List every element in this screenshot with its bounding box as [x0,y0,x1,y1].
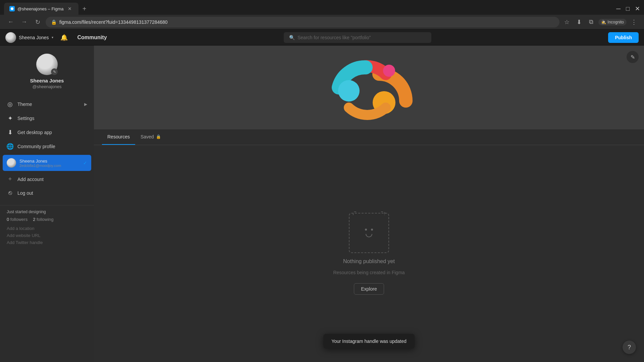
ear-left [353,212,357,216]
desktop-label: Get desktop app [17,130,52,135]
user-menu-trigger[interactable]: Sheena Jones ▾ [5,32,53,43]
account-item-active[interactable]: Sheena Jones 2edcb8a1@moodjoy.com ✓ [3,155,91,171]
refresh-button[interactable]: ↻ [32,17,43,27]
logout-button[interactable]: ⎋ Log out [0,186,94,200]
empty-state: Nothing published yet Resources being cr… [333,213,405,295]
explore-button[interactable]: Explore [354,283,384,295]
content-tabs: Resources Saved 🔒 [94,129,644,145]
search-icon: 🔍 [289,35,295,40]
sidebar-item-community-profile[interactable]: 🌐 Community profile [0,139,94,154]
following-count: 2 [33,217,37,222]
maximize-button[interactable]: □ [626,5,630,12]
community-profile-icon: 🌐 [7,143,13,150]
banner-logo [94,46,644,129]
header-avatar [5,32,16,43]
ear-right [381,212,385,216]
address-bar[interactable]: 🔒 figma.com/files/recent?fuid=1334498131… [46,17,559,27]
search-bar[interactable]: 🔍 Search for resources like "portfolio" [284,32,431,43]
following-stat[interactable]: 2 following [33,217,53,222]
svg-point-0 [11,7,13,10]
star-icon[interactable]: ☆ [562,17,572,27]
notification-bell-button[interactable]: 🔔 [59,32,69,43]
account-info: Sheena Jones 2edcb8a1@moodjoy.com [19,159,80,168]
empty-state-icon [349,213,389,253]
tab-resources[interactable]: Resources [102,129,135,145]
sidebar: ✎ Sheena Jones @sheenajones ◎ Theme ▶ ✦ … [0,46,94,362]
chevron-right-icon: ▶ [84,102,87,107]
publish-button[interactable]: Publish [608,32,639,43]
empty-state-title: Nothing published yet [343,258,395,264]
profile-name: Sheena Jones [30,78,64,83]
sidebar-item-desktop[interactable]: ⬇ Get desktop app [0,125,94,139]
active-tab[interactable]: @sheenajones – Figma ✕ [4,3,78,15]
tab-title: @sheenajones – Figma [17,6,64,11]
add-location-button[interactable]: Add a location [7,226,87,231]
browser-toolbar: ← → ↻ 🔒 figma.com/files/recent?fuid=1334… [0,15,644,29]
left-eye [365,229,367,231]
settings-label: Settings [17,116,35,121]
help-button[interactable]: ? [623,341,636,354]
sidebar-community: Just started designing 0 followers 2 fol… [0,205,94,249]
toolbar-icons: ☆ ⬇ ⧉ 🕵 Incognito ⋮ [562,17,639,27]
community-banner: ✎ [94,46,644,129]
main-panel: ✎ Resources Saved 🔒 [94,46,644,362]
window-controls: ─ □ ✕ [616,5,640,12]
add-account-label: Add account [17,177,44,182]
content-area: Nothing published yet Resources being cr… [94,145,644,362]
settings-icon: ✦ [7,115,13,122]
toast-notification: Your Instagram handle was updated [323,334,415,349]
community-profile-label: Community profile [17,144,55,149]
figma-search-area: 🔍 Search for resources like "portfolio" [112,32,603,43]
following-label: following [37,217,54,222]
add-twitter-button[interactable]: Add Twitter handle [7,240,87,245]
header-username: Sheena Jones [19,35,49,40]
account-avatar [7,158,16,168]
sad-face [365,229,373,237]
theme-label: Theme [17,102,32,107]
tab-bar: @sheenajones – Figma ✕ + ─ □ ✕ [0,0,644,15]
url-text: figma.com/files/recent?fuid=133449813137… [59,19,554,25]
extensions-icon[interactable]: ⧉ [586,17,596,27]
sidebar-item-theme[interactable]: ◎ Theme ▶ [0,97,94,111]
tab-saved[interactable]: Saved 🔒 [135,129,166,145]
plus-icon: + [7,176,13,183]
figma-header: Sheena Jones ▾ 🔔 Community 🔍 Search for … [0,29,644,46]
profile-handle: @sheenajones [33,84,62,89]
right-eye [371,229,373,231]
nav-title: Community [77,35,107,41]
banner-svg-logo [319,54,419,121]
menu-icon[interactable]: ⋮ [629,17,639,27]
minimize-button[interactable]: ─ [616,5,621,12]
lock-icon: 🔒 [51,19,57,25]
resources-tab-label: Resources [107,134,130,139]
edit-banner-button[interactable]: ✎ [627,51,639,63]
edit-avatar-button[interactable]: ✎ [51,68,58,75]
figma-app: Sheena Jones ▾ 🔔 Community 🔍 Search for … [0,29,644,362]
account-name: Sheena Jones [19,159,80,164]
tab-close-button[interactable]: ✕ [66,5,73,12]
account-email: 2edcb8a1@moodjoy.com [19,164,80,168]
logout-icon: ⎋ [7,189,13,196]
browser-chrome: @sheenajones – Figma ✕ + ─ □ ✕ ← → ↻ 🔒 f… [0,0,644,29]
svg-point-1 [383,65,395,77]
download-icon[interactable]: ⬇ [574,17,584,27]
followers-stat[interactable]: 0 followers [7,217,28,222]
close-window-button[interactable]: ✕ [635,5,640,12]
sidebar-item-settings[interactable]: ✦ Settings [0,111,94,125]
forward-button[interactable]: → [19,17,30,27]
sidebar-profile: ✎ Sheena Jones @sheenajones [0,46,94,95]
incognito-badge[interactable]: 🕵 Incognito [598,19,627,25]
back-button[interactable]: ← [5,17,16,27]
checkmark-icon: ✓ [83,160,87,166]
add-website-button[interactable]: Add website URL [7,233,87,238]
logout-label: Log out [17,190,33,196]
download-desktop-icon: ⬇ [7,129,13,136]
toast-message: Your Instagram handle was updated [331,339,407,344]
incognito-label: Incognito [607,20,624,24]
figma-main: ✎ Sheena Jones @sheenajones ◎ Theme ▶ ✦ … [0,46,644,362]
tab-favicon [9,6,15,11]
new-tab-button[interactable]: + [80,4,89,13]
lock-icon: 🔒 [156,134,161,139]
community-links: Add a location Add website URL Add Twitt… [7,226,87,245]
add-account-button[interactable]: + Add account [0,172,94,186]
